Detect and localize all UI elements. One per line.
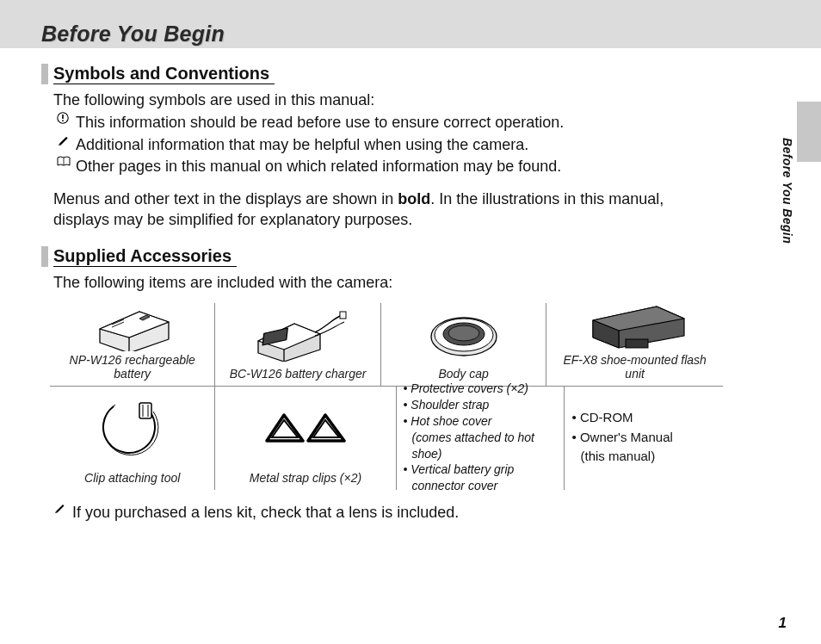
bold-note-bold: bold — [398, 190, 430, 207]
bold-note-pre: Menus and other text in the displays are… — [53, 190, 398, 207]
accessory-list-b: CD-ROM Owner's Manual(this manual) — [571, 408, 672, 467]
cell-list-b: CD-ROM Owner's Manual(this manual) — [565, 387, 723, 490]
svg-rect-1 — [62, 115, 64, 119]
list-item: Hot shoe cover(comes attached to hot sho… — [404, 413, 558, 462]
heading-text: Supplied Accessories — [53, 246, 237, 267]
grid-row: NP-W126 rechargeable battery — [50, 303, 723, 387]
side-index-tab — [797, 102, 821, 162]
lens-kit-note: If you purchased a lens kit, check that … — [53, 502, 723, 523]
list-item: Owner's Manual(this manual) — [571, 428, 672, 467]
caution-text: This information should be read before u… — [76, 112, 723, 133]
reference-text: Other pages in this manual on which rela… — [76, 156, 723, 176]
svg-rect-11 — [139, 403, 151, 418]
accessory-list-a: Protective covers (×2) Shoulder strap Ho… — [404, 381, 558, 494]
caption: BC-W126 battery charger — [230, 367, 367, 381]
cell-clips: Metal strap clips (×2) — [215, 387, 396, 490]
bodycap-icon — [388, 307, 539, 365]
header-band: Before You Begin — [0, 0, 821, 48]
charger-icon — [222, 307, 373, 365]
cell-bodycap: Body cap — [381, 303, 546, 386]
svg-rect-10 — [626, 339, 648, 348]
cell-flash: EF-X8 shoe-mounted flash unit — [546, 303, 723, 386]
reference-icon — [57, 156, 71, 176]
symbol-caution-line: This information should be read before u… — [57, 112, 723, 133]
battery-icon — [57, 303, 207, 351]
heading-bar-icon — [41, 246, 48, 267]
page-number: 1 — [779, 614, 787, 634]
caution-icon — [57, 112, 71, 133]
symbol-ref-line: Other pages in this manual on which rela… — [57, 156, 723, 176]
tip-icon — [53, 502, 67, 523]
list-item: Protective covers (×2) — [404, 381, 558, 397]
flash-icon — [553, 301, 716, 351]
lens-kit-text: If you purchased a lens kit, check that … — [72, 502, 459, 523]
cliptool-icon — [57, 390, 207, 469]
svg-point-9 — [448, 325, 479, 341]
side-index-label: Before You Begin — [779, 138, 795, 244]
grid-row: Clip attaching tool Metal — [50, 387, 723, 490]
cell-battery: NP-W126 rechargeable battery — [50, 303, 215, 386]
section-heading-symbols: Symbols and Conventions — [41, 64, 723, 84]
cell-charger: BC-W126 battery charger — [215, 303, 380, 386]
symbol-tip-line: Additional information that may be helpf… — [57, 134, 723, 155]
cell-cliptool: Clip attaching tool — [50, 387, 215, 490]
caption: Clip attaching tool — [84, 471, 180, 485]
list-item: Shoulder strap — [404, 397, 558, 413]
caption: Body cap — [438, 367, 488, 381]
section-heading-accessories: Supplied Accessories — [41, 246, 723, 267]
svg-rect-2 — [62, 121, 64, 122]
caption: EF-X8 shoe-mounted flash unit — [553, 353, 716, 381]
tip-icon — [57, 134, 71, 155]
tip-text: Additional information that may be helpf… — [76, 134, 723, 155]
heading-bar-icon — [41, 64, 48, 84]
page-title: Before You Begin — [41, 23, 225, 45]
page-content: Symbols and Conventions The following sy… — [0, 48, 775, 523]
list-item: Vertical battery gripconnector cover — [404, 461, 558, 494]
caption: NP-W126 rechargeable battery — [57, 353, 207, 381]
symbols-intro: The following symbols are used in this m… — [53, 90, 723, 110]
list-item: CD-ROM — [571, 408, 672, 428]
heading-text: Symbols and Conventions — [53, 64, 275, 84]
svg-rect-5 — [340, 312, 346, 319]
caption: Metal strap clips (×2) — [250, 471, 361, 485]
clips-icon — [222, 390, 388, 469]
bold-note: Menus and other text in the displays are… — [53, 189, 723, 231]
accessories-grid: NP-W126 rechargeable battery — [50, 303, 723, 490]
cell-list-a: Protective covers (×2) Shoulder strap Ho… — [397, 387, 565, 490]
accessories-intro: The following items are included with th… — [53, 272, 723, 293]
